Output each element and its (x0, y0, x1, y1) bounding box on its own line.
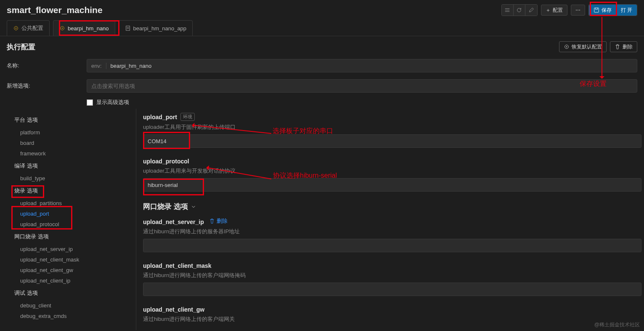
advanced-checkbox[interactable] (87, 99, 93, 106)
sidebar-item-framework[interactable]: framework (12, 148, 136, 159)
tab-bearpi-nano[interactable]: bearpi_hm_nano (53, 20, 115, 36)
sidebar-group-net-upload[interactable]: 网口烧录 选项 (12, 230, 136, 244)
svg-rect-5 (126, 26, 130, 31)
sidebar-group-upload[interactable]: 烧录 选项 (12, 184, 136, 198)
net-server-ip-input[interactable] (143, 239, 641, 252)
open-button[interactable]: 打 开 (616, 5, 637, 16)
sidebar-item-upload-protocol[interactable]: upload_protocol (12, 219, 136, 230)
edit-icon[interactable] (525, 5, 537, 16)
tab-bearpi-nano-app[interactable]: bearpi_hm_nano_app (119, 20, 193, 36)
opt-net-client-mask-desc: 通过hiburn进行网络上传的客户端网络掩码 (143, 272, 641, 279)
name-label: 名称: (7, 62, 78, 69)
new-option-label: 新增选项: (7, 82, 78, 90)
upload-protocol-input[interactable] (143, 178, 641, 192)
subsection-net-upload[interactable]: 网口烧录 选项 (143, 202, 641, 211)
sidebar-item-upload-port[interactable]: upload_port (12, 208, 136, 219)
header-actions: ＋配置 ⋯ 保存 打 开 (501, 4, 637, 16)
sidebar-item-net-server-ip[interactable]: upload_net_server_ip (12, 244, 136, 254)
svg-point-7 (566, 46, 567, 47)
watermark: @稀土掘金技术社区 (594, 321, 640, 328)
sidebar-item-net-client-gw[interactable]: upload_net_client_gw (12, 265, 136, 275)
sidebar-item-debug-client[interactable]: debug_client (12, 300, 136, 311)
sidebar-item-build-type[interactable]: build_type (12, 173, 136, 184)
opt-upload-protocol-title: upload_protocol (143, 158, 189, 165)
more-button[interactable]: ⋯ (571, 5, 585, 16)
opt-net-server-ip-desc: 通过hiburn进行网络上传的服务器IP地址 (143, 228, 641, 235)
refresh-icon[interactable] (514, 5, 525, 16)
sidebar-item-net-client-ip[interactable]: upload_net_client_ip (12, 275, 136, 286)
name-input[interactable] (111, 63, 633, 69)
opt-upload-port-desc: uploader工具用于固件刷新的上传端口 (143, 123, 641, 131)
content-area: upload_port环境 uploader工具用于固件刷新的上传端口 uplo… (136, 109, 644, 330)
sidebar-item-upload-partitions[interactable]: upload_partitions (12, 198, 136, 208)
sidebar-item-debug-extra-cmds[interactable]: debug_extra_cmds (12, 311, 136, 321)
delete-option-link[interactable]: 删除 (209, 217, 228, 225)
add-config-button[interactable]: ＋配置 (541, 5, 567, 16)
save-button[interactable]: 保存 (589, 5, 616, 16)
list-icon[interactable] (502, 5, 514, 16)
sidebar-group-build[interactable]: 编译 选项 (12, 159, 136, 173)
page-title: smart_flower_machine (7, 5, 103, 15)
svg-point-4 (62, 28, 63, 29)
advanced-label: 显示高级选项 (96, 99, 129, 106)
upload-port-input[interactable] (143, 134, 641, 148)
sidebar-item-board[interactable]: board (12, 138, 136, 148)
plus-icon: ＋ (546, 7, 551, 14)
sidebar-item-net-client-mask[interactable]: upload_net_client_mask (12, 254, 136, 265)
sidebar: 平台 选项 platform board framework 编译 选项 bui… (0, 109, 136, 330)
opt-net-client-mask-title: upload_net_client_mask (143, 262, 212, 269)
opt-net-client-gw-title: upload_net_client_gw (143, 306, 204, 313)
tab-common-config[interactable]: 公共配置 (7, 20, 50, 36)
opt-upload-port-title: upload_port环境 (143, 113, 195, 121)
svg-point-2 (16, 28, 16, 29)
svg-rect-0 (594, 8, 599, 13)
section-title: 执行配置 (7, 42, 35, 52)
new-option-search[interactable] (91, 83, 633, 89)
env-badge: 环境 (180, 113, 195, 121)
sidebar-item-platform[interactable]: platform (12, 127, 136, 138)
restore-defaults-button[interactable]: 恢复默认配置 (559, 41, 607, 52)
env-prefix: env: (91, 63, 106, 69)
opt-net-server-ip-title: upload_net_server_ip (143, 219, 204, 225)
opt-upload-protocol-desc: uploader工具用来与开发板对话的协议 (143, 167, 641, 175)
chevron-down-icon (191, 204, 196, 210)
sidebar-group-debug[interactable]: 调试 选项 (12, 286, 136, 300)
delete-button[interactable]: 删除 (610, 41, 637, 52)
net-client-mask-input[interactable] (143, 283, 641, 296)
sidebar-group-platform[interactable]: 平台 选项 (12, 113, 136, 127)
opt-net-client-gw-desc: 通过hiburn进行网络上传的客户端网关 (143, 315, 641, 323)
